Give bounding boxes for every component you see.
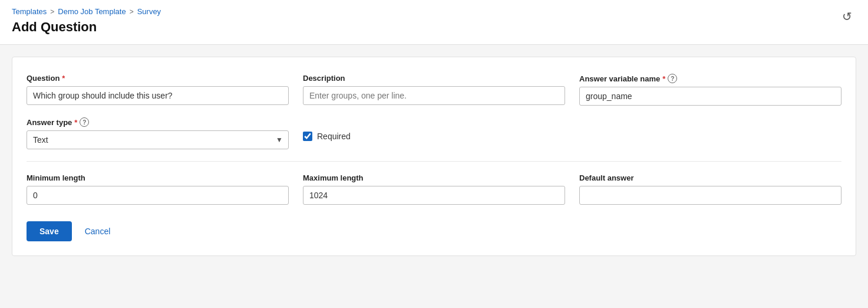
cancel-button[interactable]: Cancel	[81, 221, 114, 241]
answer-variable-help-icon: ?	[668, 74, 677, 83]
question-required-star: *	[62, 74, 65, 83]
answer-variable-required-star: *	[662, 74, 665, 83]
breadcrumb-demo-job-template[interactable]: Demo Job Template	[58, 7, 126, 16]
breadcrumb-survey[interactable]: Survey	[137, 7, 161, 16]
answer-variable-label: Answer variable name * ?	[579, 74, 841, 83]
form-row-2: Answer type * ? Text Textarea Password I…	[27, 117, 841, 149]
question-label: Question *	[27, 74, 289, 83]
description-group: Description	[303, 74, 565, 106]
history-icon: ↺	[842, 9, 852, 24]
question-input[interactable]	[27, 86, 289, 105]
default-answer-input[interactable]	[579, 186, 841, 205]
answer-variable-input[interactable]	[579, 87, 841, 106]
form-card: Question * Description Answer variable n…	[12, 57, 856, 256]
main-content: Question * Description Answer variable n…	[0, 45, 868, 268]
answer-type-help-icon: ?	[80, 117, 89, 127]
answer-type-label: Answer type * ?	[27, 117, 289, 127]
answer-type-required-star: *	[74, 118, 77, 127]
breadcrumb: Templates > Demo Job Template > Survey	[12, 7, 856, 16]
answer-type-group: Answer type * ? Text Textarea Password I…	[27, 117, 289, 149]
required-checkbox-label[interactable]: Required	[317, 132, 351, 141]
min-length-label: Minimum length	[27, 173, 289, 182]
actions-row: Save Cancel	[27, 219, 841, 241]
max-length-group: Maximum length	[303, 173, 565, 205]
answer-variable-group: Answer variable name * ?	[579, 74, 841, 106]
min-length-input[interactable]	[27, 186, 289, 205]
answer-type-select-wrapper: Text Textarea Password Integer Float Boo…	[27, 130, 289, 149]
breadcrumb-templates[interactable]: Templates	[12, 7, 47, 16]
breadcrumb-sep-2: >	[130, 8, 134, 16]
description-input[interactable]	[303, 86, 565, 105]
question-group: Question *	[27, 74, 289, 106]
section-divider	[27, 161, 841, 162]
page-header: Templates > Demo Job Template > Survey A…	[0, 0, 868, 45]
min-length-group: Minimum length	[27, 173, 289, 205]
default-answer-group: Default answer	[579, 173, 841, 205]
lengths-row: Minimum length Maximum length Default an…	[27, 173, 841, 205]
page-title: Add Question	[12, 19, 856, 35]
form-row-1: Question * Description Answer variable n…	[27, 74, 841, 106]
max-length-label: Maximum length	[303, 173, 565, 182]
max-length-input[interactable]	[303, 186, 565, 205]
required-checkbox[interactable]	[303, 132, 312, 141]
breadcrumb-sep-1: >	[50, 8, 54, 16]
required-group: Required	[303, 117, 565, 141]
description-label: Description	[303, 74, 565, 83]
required-checkbox-row: Required	[303, 117, 565, 141]
default-answer-label: Default answer	[579, 173, 841, 182]
save-button[interactable]: Save	[27, 221, 72, 241]
answer-type-select[interactable]: Text Textarea Password Integer Float Boo…	[27, 130, 289, 149]
history-button[interactable]: ↺	[837, 7, 856, 26]
